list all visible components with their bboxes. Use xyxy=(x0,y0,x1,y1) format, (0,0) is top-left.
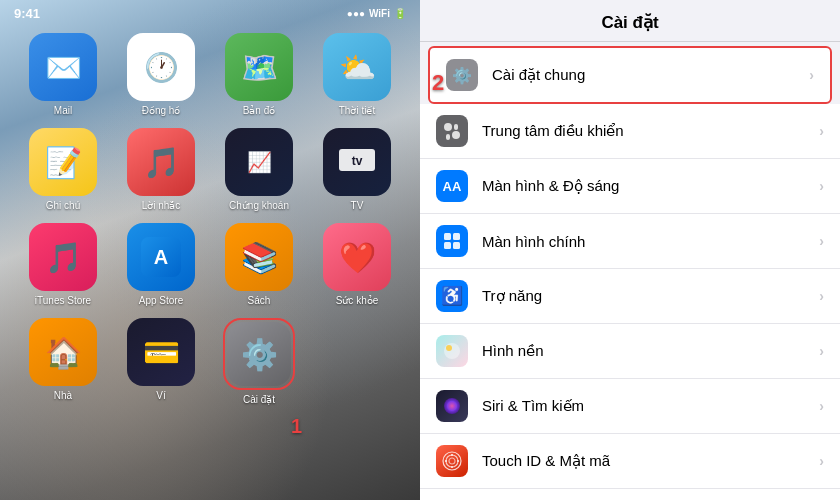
svg-rect-9 xyxy=(453,233,460,240)
status-bar: 9:41 ●●● WiFi 🔋 xyxy=(0,0,420,25)
svg-text:tv: tv xyxy=(352,154,363,168)
app-notes-icon: 📝 xyxy=(29,128,97,196)
settings-display-icon: AA xyxy=(436,170,468,202)
settings-control-label: Trung tâm điều khiển xyxy=(482,122,819,140)
svg-point-7 xyxy=(452,131,460,139)
wifi-icon: WiFi xyxy=(369,8,390,19)
app-books-label: Sách xyxy=(248,295,271,306)
settings-wallpaper-label: Hình nền xyxy=(482,342,819,360)
settings-control-chevron: › xyxy=(819,123,824,139)
step-1-badge: 1 xyxy=(291,415,302,438)
app-grid: ✉️ Mail 🕐 Đồng hồ 🗺️ Bản đồ ⛅ Thời tiết … xyxy=(0,25,420,446)
app-maps-label: Bản đồ xyxy=(243,105,276,116)
settings-display-chevron: › xyxy=(819,178,824,194)
app-wallet-icon: 💳 xyxy=(127,318,195,386)
settings-item-control-center[interactable]: Trung tâm điều khiển › xyxy=(420,104,840,159)
svg-rect-8 xyxy=(444,233,451,240)
app-health-label: Sức khỏe xyxy=(336,295,379,306)
settings-display-label: Màn hình & Độ sáng xyxy=(482,177,819,195)
svg-point-4 xyxy=(444,123,452,131)
settings-item-touchid[interactable]: Touch ID & Mật mã › xyxy=(420,434,840,489)
app-appstore-label: App Store xyxy=(139,295,183,306)
settings-item-accessibility[interactable]: ♿ Trợ năng › xyxy=(420,269,840,324)
app-settings-icon: ⚙️ xyxy=(227,322,291,386)
settings-title: Cài đặt xyxy=(440,12,820,33)
app-mail-label: Mail xyxy=(54,105,72,116)
status-icons: ●●● WiFi 🔋 xyxy=(347,8,406,19)
app-settings-label: Cài đặt xyxy=(243,394,275,405)
settings-siri-icon xyxy=(436,390,468,422)
settings-wallpaper-chevron: › xyxy=(819,343,824,359)
app-itunes[interactable]: 🎵 iTunes Store xyxy=(20,223,106,306)
signal-icon: ●●● xyxy=(347,8,365,19)
app-tv-icon: tv xyxy=(323,128,391,196)
app-home-label: Nhà xyxy=(54,390,72,401)
settings-homescreen-chevron: › xyxy=(819,233,824,249)
app-maps[interactable]: 🗺️ Bản đồ xyxy=(216,33,302,116)
svg-rect-11 xyxy=(453,242,460,249)
settings-homescreen-icon xyxy=(436,225,468,257)
app-appstore-icon: A xyxy=(127,223,195,291)
app-settings[interactable]: ⚙️ Cài đặt 1 xyxy=(216,318,302,434)
settings-touchid-chevron: › xyxy=(819,453,824,469)
settings-panel: Cài đặt ⚙️ Cài đặt chung › Trung tâm điề… xyxy=(420,0,840,500)
settings-accessibility-chevron: › xyxy=(819,288,824,304)
settings-homescreen-label: Màn hình chính xyxy=(482,233,819,250)
app-reminders[interactable]: 🎵 Lời nhắc xyxy=(118,128,204,211)
settings-general-label: Cài đặt chung xyxy=(492,66,809,84)
settings-touchid-icon xyxy=(436,445,468,477)
app-itunes-icon: 🎵 xyxy=(29,223,97,291)
settings-item-homescreen[interactable]: Màn hình chính › xyxy=(420,214,840,269)
app-wallet-label: Ví xyxy=(156,390,165,401)
settings-control-icon xyxy=(436,115,468,147)
settings-wallpaper-icon xyxy=(436,335,468,367)
settings-item-siri[interactable]: Siri & Tìm kiếm › xyxy=(420,379,840,434)
app-weather[interactable]: ⛅ Thời tiết xyxy=(314,33,400,116)
svg-rect-10 xyxy=(444,242,451,249)
settings-siri-chevron: › xyxy=(819,398,824,414)
battery-icon: 🔋 xyxy=(394,8,406,19)
settings-highlight-box: ⚙️ xyxy=(223,318,295,390)
step-2-badge: 2 xyxy=(432,70,444,96)
app-weather-icon: ⛅ xyxy=(323,33,391,101)
svg-point-17 xyxy=(446,455,458,467)
app-health[interactable]: ❤️ Sức khỏe xyxy=(314,223,400,306)
svg-point-15 xyxy=(447,401,457,411)
app-weather-label: Thời tiết xyxy=(339,105,375,116)
app-maps-icon: 🗺️ xyxy=(225,33,293,101)
app-reminders-label: Lời nhắc xyxy=(142,200,181,211)
app-tv-label: TV xyxy=(351,200,364,211)
app-clock-label: Đồng hồ xyxy=(142,105,181,116)
app-mail[interactable]: ✉️ Mail xyxy=(20,33,106,116)
settings-item-display[interactable]: AA Màn hình & Độ sáng › xyxy=(420,159,840,214)
svg-rect-6 xyxy=(446,134,450,140)
app-wallet[interactable]: 💳 Ví xyxy=(118,318,204,434)
app-home-icon: 🏠 xyxy=(29,318,97,386)
app-mail-icon: ✉️ xyxy=(29,33,97,101)
svg-point-18 xyxy=(449,458,455,464)
settings-item-general[interactable]: ⚙️ Cài đặt chung › xyxy=(428,46,832,104)
app-notes[interactable]: 📝 Ghi chú xyxy=(20,128,106,211)
app-clock[interactable]: 🕐 Đồng hồ xyxy=(118,33,204,116)
app-reminders-icon: 🎵 xyxy=(127,128,195,196)
app-tv[interactable]: tv TV xyxy=(314,128,400,211)
app-appstore[interactable]: A App Store xyxy=(118,223,204,306)
settings-list: ⚙️ Cài đặt chung › Trung tâm điều khiển … xyxy=(420,42,840,500)
app-stocks-label: Chứng khoán xyxy=(229,200,289,211)
app-books[interactable]: 📚 Sách xyxy=(216,223,302,306)
app-books-icon: 📚 xyxy=(225,223,293,291)
settings-item-wallpaper[interactable]: Hình nền › xyxy=(420,324,840,379)
settings-accessibility-label: Trợ năng xyxy=(482,287,819,305)
app-stocks-icon: 📈 xyxy=(225,128,293,196)
app-notes-label: Ghi chú xyxy=(46,200,80,211)
settings-general-icon: ⚙️ xyxy=(446,59,478,91)
app-stocks[interactable]: 📈 Chứng khoán xyxy=(216,128,302,211)
svg-point-13 xyxy=(446,345,452,351)
svg-text:A: A xyxy=(154,246,168,268)
app-home[interactable]: 🏠 Nhà xyxy=(20,318,106,434)
settings-item-sos[interactable]: SOS SOS khẩn cấp › xyxy=(420,489,840,500)
svg-rect-5 xyxy=(454,124,458,130)
app-itunes-label: iTunes Store xyxy=(35,295,91,306)
settings-header: Cài đặt xyxy=(420,0,840,42)
settings-accessibility-icon: ♿ xyxy=(436,280,468,312)
